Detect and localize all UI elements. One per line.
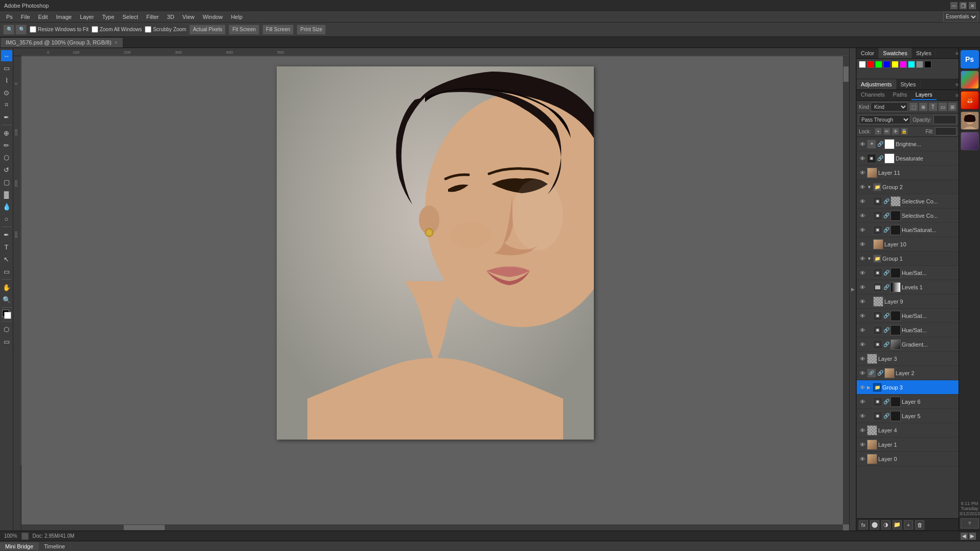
menu-file[interactable]: File [17, 13, 34, 21]
firefox-icon[interactable]: 🦊 [961, 91, 979, 109]
layer-row[interactable]: 👁 Layer 1 [857, 438, 959, 452]
swatch[interactable] [867, 61, 874, 68]
layer-row[interactable]: 👁 Layer 0 [857, 452, 959, 466]
layer-row[interactable]: 👁 ▣ 🔗 Hue/Sat... [857, 323, 959, 337]
layer-row[interactable]: 👁 Layer 10 [857, 237, 959, 251]
filter-icon-shape[interactable]: ▭ [939, 103, 947, 111]
layer-row[interactable]: 👁 Layer 4 [857, 423, 959, 438]
layer-row[interactable]: 👁 Layer 9 [857, 294, 959, 309]
horizontal-scrollbar[interactable] [21, 524, 843, 531]
layer-row[interactable]: 👁 ▼ 📁 Group 2 [857, 180, 959, 194]
document-tab[interactable]: IMG_3576.psd @ 100% (Group 3, RGB/8) × [0, 37, 123, 48]
visibility-icon[interactable]: 👁 [859, 427, 866, 434]
visibility-icon[interactable]: 👁 [859, 284, 866, 291]
quick-select-tool[interactable]: ⊙ [1, 87, 12, 98]
swatch[interactable] [900, 61, 907, 68]
layer-row[interactable]: 👁 ▣ 🔗 Desaturate [857, 151, 959, 166]
resize-windows-checkbox-label[interactable]: Resize Windows to Fit [30, 26, 88, 33]
visibility-icon[interactable]: 👁 [859, 255, 866, 262]
swatch[interactable] [916, 61, 923, 68]
shape-tool[interactable]: ▭ [1, 266, 12, 277]
fit-screen-button[interactable]: Fit Screen [229, 25, 259, 35]
actual-pixels-button[interactable]: Actual Pixels [189, 25, 226, 35]
layer-row[interactable]: 👁 ▣ 🔗 Gradient... [857, 337, 959, 352]
visibility-icon[interactable]: 👁 [859, 441, 866, 448]
group-arrow[interactable]: ▶ [867, 385, 872, 390]
sub-tab-channels[interactable]: Channels [857, 90, 888, 100]
zoom-out-tool[interactable]: 🔍 [15, 25, 27, 35]
portrait-thumb-icon[interactable] [961, 111, 979, 130]
layer-row[interactable]: 👁 ▣ 🔗 Selective Co... [857, 209, 959, 223]
layer-row[interactable]: 👁 ▣ 🔗 Hue/Sat... [857, 309, 959, 323]
status-nav-left[interactable]: ◀ [961, 533, 968, 540]
vertical-scrollbar[interactable] [843, 56, 849, 524]
visibility-icon[interactable]: 👁 [859, 226, 866, 234]
visibility-icon[interactable]: 👁 [859, 312, 866, 319]
menu-help[interactable]: Help [227, 13, 247, 21]
selection-tool[interactable]: ▭ [1, 62, 12, 74]
move-tool[interactable]: ↔ [1, 50, 12, 61]
zoom-all-windows-label[interactable]: Zoom All Windows [92, 26, 142, 33]
zoom-indicator[interactable] [21, 533, 29, 540]
minimize-button[interactable]: ─ [950, 2, 957, 9]
visibility-icon[interactable]: 👁 [859, 384, 866, 391]
swatch[interactable] [908, 61, 915, 68]
horizontal-scrollbar-thumb[interactable] [124, 525, 165, 530]
layer-row[interactable]: 👁 ▣ 🔗 Hue/Saturat... [857, 223, 959, 237]
visibility-icon[interactable]: 👁 [859, 141, 866, 148]
ps-app-icon[interactable]: Ps [961, 50, 979, 68]
filter-select[interactable]: Kind Name Effect Mode Attribute Color [871, 102, 908, 111]
foreground-background-colors[interactable] [2, 310, 11, 319]
canvas-area[interactable] [21, 56, 849, 531]
workspace-selector[interactable]: Essentials [943, 12, 978, 22]
print-size-button[interactable]: Print Size [297, 25, 326, 35]
close-button[interactable]: ✕ [969, 2, 976, 9]
swatch[interactable] [883, 61, 890, 68]
sub-tab-layers[interactable]: Layers [911, 90, 937, 100]
visibility-icon[interactable]: 👁 [859, 370, 866, 377]
crop-tool[interactable]: ⌗ [1, 99, 12, 110]
text-tool[interactable]: T [1, 241, 12, 252]
pen-tool[interactable]: ✒ [1, 229, 12, 240]
fill-screen-button[interactable]: Fill Screen [262, 25, 294, 35]
visibility-icon[interactable]: 👁 [859, 155, 866, 162]
eyedropper-tool[interactable]: ✒ [1, 111, 12, 123]
scrubby-zoom-checkbox[interactable] [145, 26, 151, 33]
portrait-thumb2-icon[interactable] [961, 132, 979, 150]
visibility-icon[interactable]: 👁 [859, 398, 866, 405]
tab-adjustments[interactable]: Adjustments [857, 79, 897, 89]
layers-list[interactable]: 👁 ☀ 🔗 Brightne... 👁 ▣ 🔗 Desaturate 👁 Lay… [857, 137, 959, 518]
hand-tool[interactable]: ✋ [1, 282, 12, 293]
resize-windows-checkbox[interactable] [30, 26, 36, 33]
layer-row[interactable]: 👁 ▓▓ 🔗 Levels 1 [857, 280, 959, 294]
tab-timeline[interactable]: Timeline [39, 542, 71, 550]
lock-transparent-pixels[interactable]: ▪ [875, 128, 882, 135]
menu-ps[interactable]: Ps [2, 13, 17, 21]
menu-image[interactable]: Image [52, 13, 76, 21]
brush-tool[interactable]: ✏ [1, 140, 12, 151]
zoom-tool[interactable]: 🔍 [1, 294, 12, 305]
visibility-icon[interactable]: 👁 [859, 169, 866, 176]
menu-window[interactable]: Window [198, 13, 227, 21]
blend-mode-select[interactable]: Pass Through Normal Multiply Screen Over… [859, 115, 910, 124]
eraser-tool[interactable]: ▢ [1, 176, 12, 188]
dodge-tool[interactable]: ○ [1, 213, 12, 224]
healing-tool[interactable]: ⊕ [1, 127, 12, 139]
visibility-icon[interactable]: 👁 [859, 355, 866, 362]
visibility-icon[interactable]: 👁 [859, 341, 866, 348]
background-color[interactable] [4, 312, 11, 319]
scrubby-zoom-label[interactable]: Scrubby Zoom [145, 26, 186, 33]
visibility-icon[interactable]: 👁 [859, 269, 866, 277]
filter-icon-pixel[interactable]: ⬚ [909, 103, 918, 111]
blur-tool[interactable]: 💧 [1, 201, 12, 212]
layer-row[interactable]: 👁 ▣ 🔗 Hue/Sat... [857, 266, 959, 280]
visibility-icon[interactable]: 👁 [859, 298, 866, 305]
document-tab-close[interactable]: × [115, 40, 118, 45]
layer-row[interactable]: 👁 ▣ 🔗 Layer 6 [857, 395, 959, 409]
history-brush-tool[interactable]: ↺ [1, 164, 12, 175]
zoom-all-windows-checkbox[interactable] [92, 26, 98, 33]
layer-row[interactable]: 👁 ▶ 📁 Group 3 [857, 380, 959, 395]
tab-styles2[interactable]: Styles [897, 79, 921, 89]
layer-fx-button[interactable]: fx [859, 520, 868, 530]
layer-row[interactable]: 👁 ▼ 📁 Group 1 [857, 251, 959, 266]
